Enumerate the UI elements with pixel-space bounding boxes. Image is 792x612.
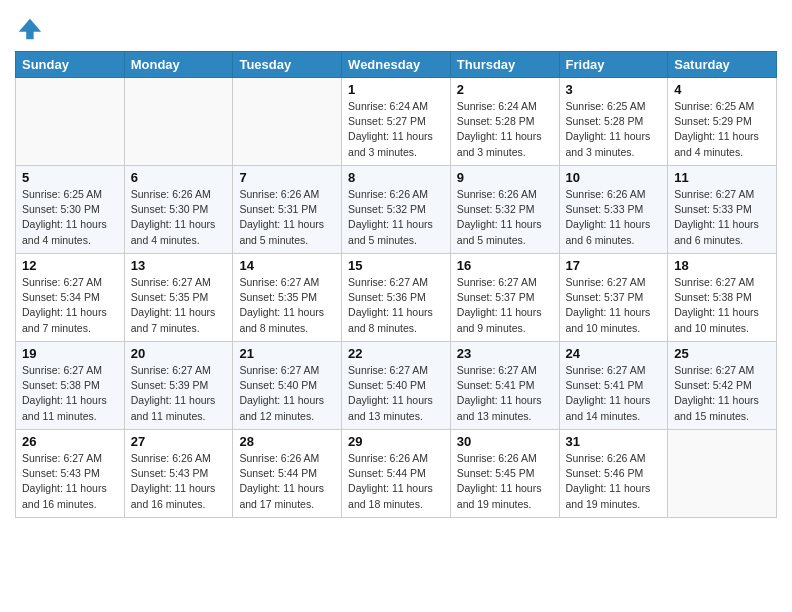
calendar-cell: 12Sunrise: 6:27 AMSunset: 5:34 PMDayligh… bbox=[16, 254, 125, 342]
calendar-cell: 18Sunrise: 6:27 AMSunset: 5:38 PMDayligh… bbox=[668, 254, 777, 342]
day-number: 18 bbox=[674, 258, 770, 273]
calendar-cell: 16Sunrise: 6:27 AMSunset: 5:37 PMDayligh… bbox=[450, 254, 559, 342]
calendar-cell: 13Sunrise: 6:27 AMSunset: 5:35 PMDayligh… bbox=[124, 254, 233, 342]
day-number: 20 bbox=[131, 346, 227, 361]
calendar-cell: 28Sunrise: 6:26 AMSunset: 5:44 PMDayligh… bbox=[233, 430, 342, 518]
day-info: Sunrise: 6:27 AMSunset: 5:37 PMDaylight:… bbox=[566, 275, 662, 336]
day-info: Sunrise: 6:27 AMSunset: 5:38 PMDaylight:… bbox=[674, 275, 770, 336]
day-number: 28 bbox=[239, 434, 335, 449]
calendar-cell: 26Sunrise: 6:27 AMSunset: 5:43 PMDayligh… bbox=[16, 430, 125, 518]
calendar-cell: 21Sunrise: 6:27 AMSunset: 5:40 PMDayligh… bbox=[233, 342, 342, 430]
calendar-cell: 14Sunrise: 6:27 AMSunset: 5:35 PMDayligh… bbox=[233, 254, 342, 342]
day-number: 25 bbox=[674, 346, 770, 361]
calendar-cell: 17Sunrise: 6:27 AMSunset: 5:37 PMDayligh… bbox=[559, 254, 668, 342]
day-info: Sunrise: 6:26 AMSunset: 5:32 PMDaylight:… bbox=[457, 187, 553, 248]
calendar-cell: 6Sunrise: 6:26 AMSunset: 5:30 PMDaylight… bbox=[124, 166, 233, 254]
day-info: Sunrise: 6:27 AMSunset: 5:37 PMDaylight:… bbox=[457, 275, 553, 336]
day-number: 27 bbox=[131, 434, 227, 449]
day-number: 4 bbox=[674, 82, 770, 97]
weekday-header-monday: Monday bbox=[124, 52, 233, 78]
day-number: 22 bbox=[348, 346, 444, 361]
day-number: 6 bbox=[131, 170, 227, 185]
calendar-cell: 9Sunrise: 6:26 AMSunset: 5:32 PMDaylight… bbox=[450, 166, 559, 254]
day-info: Sunrise: 6:27 AMSunset: 5:41 PMDaylight:… bbox=[566, 363, 662, 424]
day-info: Sunrise: 6:26 AMSunset: 5:43 PMDaylight:… bbox=[131, 451, 227, 512]
day-info: Sunrise: 6:25 AMSunset: 5:29 PMDaylight:… bbox=[674, 99, 770, 160]
day-info: Sunrise: 6:26 AMSunset: 5:30 PMDaylight:… bbox=[131, 187, 227, 248]
day-number: 14 bbox=[239, 258, 335, 273]
weekday-header-tuesday: Tuesday bbox=[233, 52, 342, 78]
day-info: Sunrise: 6:26 AMSunset: 5:44 PMDaylight:… bbox=[348, 451, 444, 512]
day-number: 21 bbox=[239, 346, 335, 361]
day-number: 9 bbox=[457, 170, 553, 185]
day-number: 10 bbox=[566, 170, 662, 185]
day-number: 29 bbox=[348, 434, 444, 449]
calendar-cell: 27Sunrise: 6:26 AMSunset: 5:43 PMDayligh… bbox=[124, 430, 233, 518]
weekday-header-sunday: Sunday bbox=[16, 52, 125, 78]
weekday-header-thursday: Thursday bbox=[450, 52, 559, 78]
calendar-cell: 20Sunrise: 6:27 AMSunset: 5:39 PMDayligh… bbox=[124, 342, 233, 430]
day-number: 13 bbox=[131, 258, 227, 273]
day-number: 17 bbox=[566, 258, 662, 273]
day-info: Sunrise: 6:27 AMSunset: 5:38 PMDaylight:… bbox=[22, 363, 118, 424]
day-number: 30 bbox=[457, 434, 553, 449]
day-info: Sunrise: 6:26 AMSunset: 5:45 PMDaylight:… bbox=[457, 451, 553, 512]
week-row-2: 5Sunrise: 6:25 AMSunset: 5:30 PMDaylight… bbox=[16, 166, 777, 254]
calendar-cell: 24Sunrise: 6:27 AMSunset: 5:41 PMDayligh… bbox=[559, 342, 668, 430]
calendar-cell: 2Sunrise: 6:24 AMSunset: 5:28 PMDaylight… bbox=[450, 78, 559, 166]
week-row-1: 1Sunrise: 6:24 AMSunset: 5:27 PMDaylight… bbox=[16, 78, 777, 166]
calendar-cell: 10Sunrise: 6:26 AMSunset: 5:33 PMDayligh… bbox=[559, 166, 668, 254]
day-info: Sunrise: 6:26 AMSunset: 5:44 PMDaylight:… bbox=[239, 451, 335, 512]
calendar-cell: 5Sunrise: 6:25 AMSunset: 5:30 PMDaylight… bbox=[16, 166, 125, 254]
day-info: Sunrise: 6:27 AMSunset: 5:39 PMDaylight:… bbox=[131, 363, 227, 424]
day-number: 16 bbox=[457, 258, 553, 273]
day-number: 3 bbox=[566, 82, 662, 97]
day-info: Sunrise: 6:26 AMSunset: 5:32 PMDaylight:… bbox=[348, 187, 444, 248]
day-info: Sunrise: 6:25 AMSunset: 5:30 PMDaylight:… bbox=[22, 187, 118, 248]
weekday-header-saturday: Saturday bbox=[668, 52, 777, 78]
calendar-cell: 4Sunrise: 6:25 AMSunset: 5:29 PMDaylight… bbox=[668, 78, 777, 166]
day-info: Sunrise: 6:27 AMSunset: 5:42 PMDaylight:… bbox=[674, 363, 770, 424]
day-info: Sunrise: 6:27 AMSunset: 5:43 PMDaylight:… bbox=[22, 451, 118, 512]
page: SundayMondayTuesdayWednesdayThursdayFrid… bbox=[0, 0, 792, 533]
day-info: Sunrise: 6:27 AMSunset: 5:40 PMDaylight:… bbox=[348, 363, 444, 424]
calendar-cell: 15Sunrise: 6:27 AMSunset: 5:36 PMDayligh… bbox=[342, 254, 451, 342]
weekday-header-row: SundayMondayTuesdayWednesdayThursdayFrid… bbox=[16, 52, 777, 78]
day-info: Sunrise: 6:27 AMSunset: 5:35 PMDaylight:… bbox=[131, 275, 227, 336]
day-number: 19 bbox=[22, 346, 118, 361]
calendar-cell: 22Sunrise: 6:27 AMSunset: 5:40 PMDayligh… bbox=[342, 342, 451, 430]
week-row-5: 26Sunrise: 6:27 AMSunset: 5:43 PMDayligh… bbox=[16, 430, 777, 518]
day-number: 31 bbox=[566, 434, 662, 449]
day-info: Sunrise: 6:27 AMSunset: 5:40 PMDaylight:… bbox=[239, 363, 335, 424]
calendar-cell bbox=[233, 78, 342, 166]
day-number: 7 bbox=[239, 170, 335, 185]
logo bbox=[15, 15, 45, 43]
weekday-header-wednesday: Wednesday bbox=[342, 52, 451, 78]
day-number: 12 bbox=[22, 258, 118, 273]
calendar-cell: 25Sunrise: 6:27 AMSunset: 5:42 PMDayligh… bbox=[668, 342, 777, 430]
day-number: 23 bbox=[457, 346, 553, 361]
calendar-cell: 30Sunrise: 6:26 AMSunset: 5:45 PMDayligh… bbox=[450, 430, 559, 518]
day-number: 26 bbox=[22, 434, 118, 449]
calendar-cell: 19Sunrise: 6:27 AMSunset: 5:38 PMDayligh… bbox=[16, 342, 125, 430]
day-info: Sunrise: 6:27 AMSunset: 5:36 PMDaylight:… bbox=[348, 275, 444, 336]
header bbox=[15, 10, 777, 43]
svg-marker-0 bbox=[19, 19, 41, 40]
day-number: 1 bbox=[348, 82, 444, 97]
day-info: Sunrise: 6:24 AMSunset: 5:27 PMDaylight:… bbox=[348, 99, 444, 160]
calendar-cell: 8Sunrise: 6:26 AMSunset: 5:32 PMDaylight… bbox=[342, 166, 451, 254]
week-row-3: 12Sunrise: 6:27 AMSunset: 5:34 PMDayligh… bbox=[16, 254, 777, 342]
day-info: Sunrise: 6:27 AMSunset: 5:34 PMDaylight:… bbox=[22, 275, 118, 336]
day-number: 11 bbox=[674, 170, 770, 185]
calendar-cell: 29Sunrise: 6:26 AMSunset: 5:44 PMDayligh… bbox=[342, 430, 451, 518]
calendar-cell: 3Sunrise: 6:25 AMSunset: 5:28 PMDaylight… bbox=[559, 78, 668, 166]
day-number: 2 bbox=[457, 82, 553, 97]
day-info: Sunrise: 6:27 AMSunset: 5:41 PMDaylight:… bbox=[457, 363, 553, 424]
day-number: 8 bbox=[348, 170, 444, 185]
calendar-table: SundayMondayTuesdayWednesdayThursdayFrid… bbox=[15, 51, 777, 518]
day-info: Sunrise: 6:24 AMSunset: 5:28 PMDaylight:… bbox=[457, 99, 553, 160]
calendar-cell bbox=[668, 430, 777, 518]
calendar-cell: 7Sunrise: 6:26 AMSunset: 5:31 PMDaylight… bbox=[233, 166, 342, 254]
day-info: Sunrise: 6:26 AMSunset: 5:31 PMDaylight:… bbox=[239, 187, 335, 248]
logo-icon bbox=[15, 15, 43, 43]
